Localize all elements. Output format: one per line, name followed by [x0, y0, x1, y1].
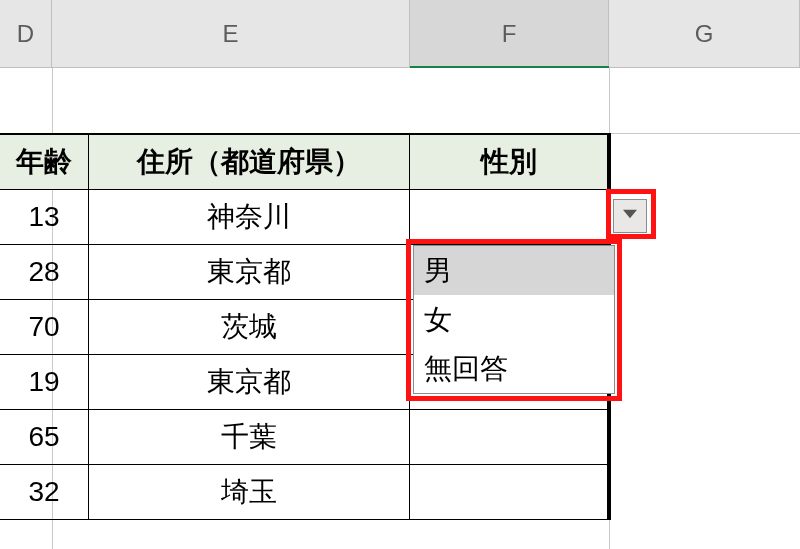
cell-age[interactable]: 70	[0, 300, 89, 355]
data-validation-dropdown-list: 男 女 無回答	[413, 245, 615, 394]
dropdown-option[interactable]: 男	[414, 246, 614, 295]
cell-pref[interactable]: 東京都	[89, 355, 410, 410]
cell-age[interactable]: 32	[0, 465, 89, 520]
active-column-indicator	[410, 66, 609, 68]
column-header-g[interactable]: G	[609, 0, 800, 68]
chevron-down-icon	[623, 207, 637, 225]
header-sex: 性別	[410, 135, 609, 190]
cell-sex[interactable]	[410, 465, 609, 520]
column-header-d[interactable]: D	[0, 0, 52, 68]
cell-age[interactable]: 65	[0, 410, 89, 465]
column-header-f[interactable]: F	[410, 0, 609, 68]
cell-pref[interactable]: 埼玉	[89, 465, 410, 520]
cell-age[interactable]: 13	[0, 190, 89, 245]
data-validation-dropdown-button[interactable]	[613, 199, 647, 233]
cell-pref[interactable]: 千葉	[89, 410, 410, 465]
header-address: 住所（都道府県）	[89, 135, 410, 190]
cell-sex-active[interactable]	[410, 190, 609, 245]
cell-pref[interactable]: 茨城	[89, 300, 410, 355]
cell-age[interactable]: 28	[0, 245, 89, 300]
column-header-bar: D E F G	[0, 0, 800, 68]
cell-sex[interactable]	[410, 410, 609, 465]
column-header-e[interactable]: E	[52, 0, 410, 68]
cell-age[interactable]: 19	[0, 355, 89, 410]
dropdown-option[interactable]: 女	[414, 295, 614, 344]
header-age: 年齢	[0, 135, 89, 190]
dropdown-option[interactable]: 無回答	[414, 344, 614, 393]
cell-pref[interactable]: 東京都	[89, 245, 410, 300]
cell-pref[interactable]: 神奈川	[89, 190, 410, 245]
